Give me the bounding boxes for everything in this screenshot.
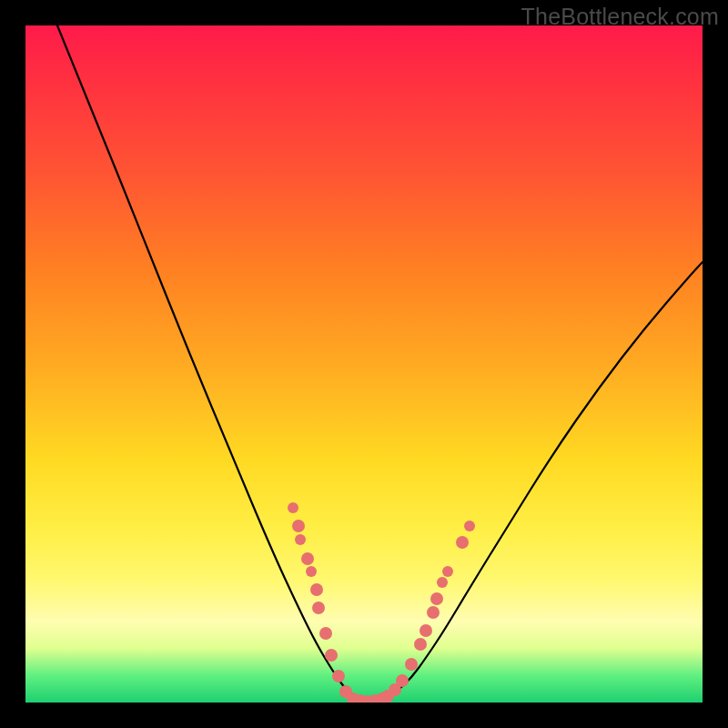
data-marker	[295, 534, 306, 545]
curve-line	[57, 25, 703, 701]
data-marker	[405, 658, 418, 671]
data-marker	[442, 566, 453, 577]
chart-svg	[25, 25, 703, 703]
data-marker	[301, 552, 314, 565]
data-marker	[332, 670, 345, 682]
data-marker	[420, 624, 432, 637]
data-marker	[306, 566, 317, 577]
data-markers	[288, 502, 475, 703]
data-marker	[396, 674, 409, 687]
watermark-text: TheBottleneck.com	[521, 4, 719, 30]
data-marker	[319, 627, 332, 640]
data-marker	[292, 520, 305, 532]
plot-area	[25, 25, 703, 703]
chart-frame: TheBottleneck.com	[0, 0, 728, 728]
data-marker	[288, 502, 298, 513]
data-marker	[414, 638, 427, 651]
data-marker	[430, 592, 443, 605]
data-marker	[427, 606, 440, 619]
data-marker	[325, 649, 338, 662]
data-marker	[464, 521, 475, 531]
data-marker	[310, 583, 323, 596]
data-marker	[456, 536, 469, 549]
data-marker	[312, 602, 325, 614]
data-marker	[437, 577, 448, 588]
